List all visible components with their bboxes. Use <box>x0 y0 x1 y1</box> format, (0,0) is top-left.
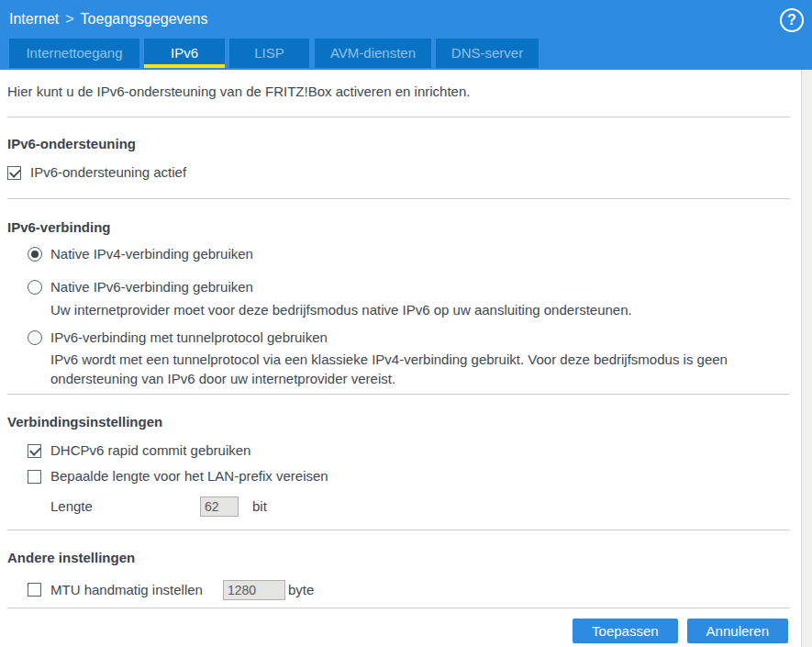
lan-prefix-label[interactable]: Bepaalde lengte voor het LAN-prefix vere… <box>50 469 328 484</box>
tab-lisp[interactable]: LISP <box>229 39 309 68</box>
mtu-unit: byte <box>288 582 314 597</box>
lan-prefix-checkbox[interactable] <box>28 470 41 484</box>
native-ipv4-label[interactable]: Native IPv4-verbinding gebruiken <box>50 247 253 262</box>
dhcpv6-rapid-commit-label[interactable]: DHCPv6 rapid commit gebruiken <box>50 443 250 458</box>
length-field-row: Lengte bit <box>50 496 790 517</box>
tunnel-radio[interactable] <box>28 330 42 345</box>
section-title-connection-settings: Verbindingsinstellingen <box>7 413 790 430</box>
mtu-input <box>223 580 285 600</box>
help-icon[interactable]: ? <box>780 8 804 32</box>
ipv6-active-label[interactable]: IPv6-ondersteuning actief <box>30 165 186 180</box>
length-input <box>200 496 239 517</box>
dhcpv6-row: DHCPv6 rapid commit gebruiken <box>28 443 790 458</box>
breadcrumb-page: Toegangsgegevens <box>81 11 208 27</box>
tunnel-row: IPv6-verbinding met tunnelprotocol gebru… <box>28 329 790 345</box>
divider <box>7 608 790 608</box>
breadcrumb-separator-icon: > <box>65 11 73 27</box>
lan-prefix-row: Bepaalde lengte voor het LAN-prefix vere… <box>28 469 790 484</box>
native-ipv4-radio[interactable] <box>28 247 42 262</box>
mtu-row: MTU handmatig instellen byte <box>28 579 790 600</box>
length-unit: bit <box>252 498 267 514</box>
breadcrumb: Internet>Toegangsgegevens <box>0 0 812 28</box>
ipv6-active-checkbox[interactable] <box>7 166 21 180</box>
tab-internettoegang[interactable]: Internettoegang <box>9 39 139 68</box>
divider <box>7 394 790 395</box>
tab-avm-diensten[interactable]: AVM-diensten <box>315 39 431 68</box>
divider <box>7 117 790 117</box>
tunnel-description: IPv6 wordt met een tunnelprotocol via ee… <box>50 350 790 388</box>
breadcrumb-section: Internet <box>9 11 59 27</box>
page-header: Internet>Toegangsgegevens ? Internettoeg… <box>0 0 812 70</box>
native-ipv4-row: Native IPv4-verbinding gebruiken <box>28 246 790 262</box>
tab-bar: Internettoegang IPv6 LISP AVM-diensten D… <box>9 39 539 68</box>
divider <box>7 198 790 199</box>
section-title-other-settings: Andere instellingen <box>7 549 790 566</box>
tab-ipv6[interactable]: IPv6 <box>144 39 225 68</box>
divider <box>7 530 790 530</box>
section-title-ipv6-support: IPv6-ondersteuning <box>7 135 790 152</box>
native-ipv6-radio[interactable] <box>28 280 42 295</box>
ipv6-settings-page: Internet>Toegangsgegevens ? Internettoeg… <box>0 0 812 647</box>
native-ipv6-label[interactable]: Native IPv6-verbinding gebruiken <box>50 280 253 295</box>
native-ipv6-description: Uw internetprovider moet voor deze bedri… <box>50 301 790 319</box>
mtu-checkbox[interactable] <box>28 583 41 597</box>
footer-buttons: Toepassen Annuleren <box>7 619 790 643</box>
cancel-button[interactable]: Annuleren <box>687 619 788 643</box>
apply-button[interactable]: Toepassen <box>573 619 678 643</box>
ipv6-active-row: IPv6-ondersteuning actief <box>7 165 790 180</box>
main-content: Hier kunt u de IPv6-ondersteuning van de… <box>0 83 812 643</box>
dhcpv6-rapid-commit-checkbox[interactable] <box>28 444 41 458</box>
mtu-label[interactable]: MTU handmatig instellen <box>50 583 223 597</box>
section-title-ipv6-connection: IPv6-verbinding <box>7 218 790 236</box>
length-label: Lengte <box>50 498 200 514</box>
tunnel-label[interactable]: IPv6-verbinding met tunnelprotocol gebru… <box>50 330 328 345</box>
tab-dns-server[interactable]: DNS-server <box>436 39 539 68</box>
scrollbar-track[interactable] <box>801 70 812 647</box>
intro-text: Hier kunt u de IPv6-ondersteuning van de… <box>7 83 790 101</box>
native-ipv6-row: Native IPv6-verbinding gebruiken <box>28 279 790 295</box>
